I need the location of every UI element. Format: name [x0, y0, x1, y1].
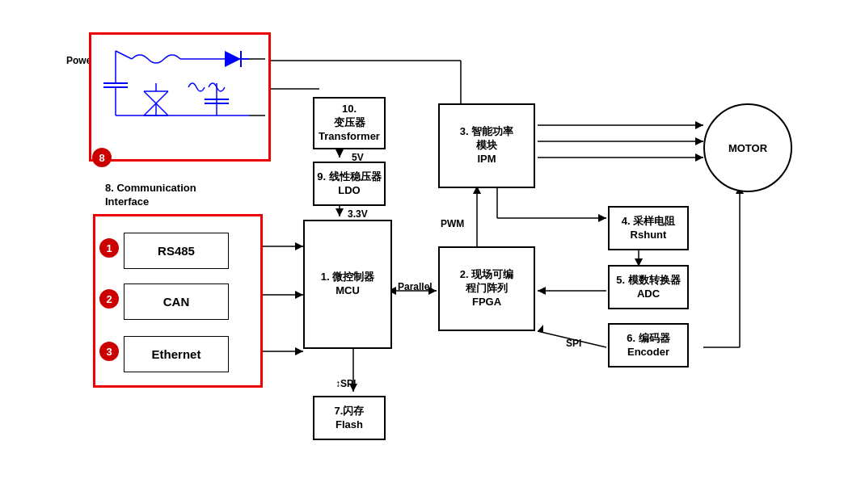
- ethernet-label: Ethernet: [152, 347, 201, 361]
- transformer-cn2: 变压器: [334, 116, 365, 130]
- adc-cn: 5. 模数转换器: [616, 274, 680, 288]
- fpga-cn: 2. 现场可编: [460, 268, 513, 282]
- ethernet-block: Ethernet: [124, 336, 229, 372]
- motor-circle: MOTOR: [703, 103, 792, 192]
- badge-8: 8: [92, 148, 112, 167]
- adc-block: 5. 模数转换器 ADC: [608, 265, 689, 309]
- fpga-cn2: 程门阵列: [466, 282, 508, 296]
- svg-marker-4: [335, 208, 344, 216]
- pwm-label: PWM: [441, 218, 464, 229]
- transformer-block: 10. 变压器 Transformer: [313, 97, 386, 149]
- ldo-block: 9. 线性稳压器 LDO: [313, 162, 386, 206]
- encoder-block: 6. 编码器 Encoder: [608, 323, 689, 368]
- fpga-block: 2. 现场可编 程门阵列 FPGA: [438, 246, 535, 331]
- badge-3: 3: [99, 342, 119, 361]
- mcu-block: 1. 微控制器 MCU: [303, 220, 392, 349]
- mcu-en: MCU: [335, 284, 360, 298]
- can-label: CAN: [163, 295, 190, 309]
- can-block: CAN: [124, 284, 229, 320]
- flash-cn: 7.闪存: [335, 405, 365, 418]
- badge-2: 2: [99, 289, 119, 309]
- encoder-cn: 6. 编码器: [627, 332, 669, 346]
- rshunt-block: 4. 采样电阻 Rshunt: [608, 206, 689, 250]
- encoder-en: Encoder: [627, 346, 669, 359]
- svg-marker-48: [225, 51, 241, 67]
- spi-bottom-label: ↕SPI: [335, 378, 356, 389]
- ipm-cn2: 模块: [476, 139, 497, 153]
- transformer-en: Transformer: [319, 130, 380, 144]
- transformer-cn: 10.: [342, 103, 357, 116]
- svg-marker-29: [538, 325, 543, 333]
- svg-marker-19: [538, 287, 546, 295]
- ldo-cn: 9. 线性稳压器: [317, 170, 381, 184]
- mcu-cn: 1. 微控制器: [321, 271, 374, 284]
- comm-interface-label: 8. Communication Interface: [105, 182, 196, 209]
- adc-en: ADC: [637, 288, 660, 301]
- diagram: Power: [0, 0, 844, 504]
- svg-marker-2: [335, 149, 344, 158]
- ipm-block: 3. 智能功率 模块 IPM: [438, 103, 535, 188]
- rs485-block: RS485: [124, 233, 229, 269]
- power-box: [89, 32, 271, 162]
- circuit-diagram: [91, 35, 269, 160]
- rshunt-en: Rshunt: [631, 229, 667, 242]
- badge-1: 1: [99, 238, 119, 258]
- rs485-label: RS485: [158, 244, 195, 258]
- svg-marker-15: [598, 214, 606, 222]
- spi-right-label: SPI: [566, 338, 581, 349]
- flash-en: Flash: [335, 418, 363, 432]
- svg-marker-40: [295, 347, 303, 355]
- svg-line-46: [116, 51, 132, 59]
- motor-label: MOTOR: [728, 142, 767, 154]
- ipm-cn: 3. 智能功率: [460, 125, 513, 139]
- ldo-en: LDO: [338, 184, 360, 198]
- svg-marker-8: [695, 121, 703, 129]
- rshunt-cn: 4. 采样电阻: [622, 215, 675, 229]
- parallel-label: Parallel: [398, 281, 433, 292]
- svg-marker-37: [295, 291, 303, 299]
- comm-group: RS485 1 CAN 2 Ethernet 3: [93, 214, 263, 388]
- svg-marker-12: [695, 153, 703, 162]
- ipm-en: IPM: [477, 153, 496, 166]
- flash-block: 7.闪存 Flash: [313, 396, 386, 440]
- svg-marker-34: [295, 242, 303, 250]
- fpga-en: FPGA: [472, 296, 501, 309]
- v33-label: 3.3V: [348, 208, 368, 220]
- svg-marker-10: [695, 137, 703, 145]
